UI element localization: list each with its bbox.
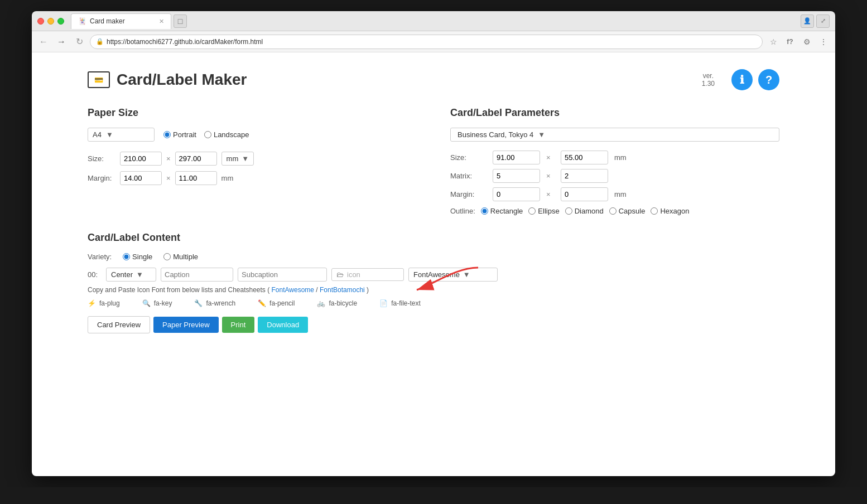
size-height-input[interactable] bbox=[175, 152, 217, 166]
close-paren: ) bbox=[367, 286, 369, 294]
margin-v-input[interactable] bbox=[175, 171, 217, 185]
font-value: FontAwesome bbox=[413, 270, 460, 279]
single-radio[interactable] bbox=[123, 253, 130, 260]
outline-ellipse[interactable]: Ellipse bbox=[528, 207, 559, 215]
card-height-input[interactable] bbox=[561, 151, 608, 164]
landscape-option[interactable]: Landscape bbox=[204, 130, 249, 139]
browser-window: 🃏 Card maker ✕ □ 👤 ⤢ ← → ↻ 🔒 https://bot… bbox=[32, 11, 835, 476]
matrix-cols-input[interactable] bbox=[493, 169, 540, 183]
icon-sample-key: 🔍 fa-key bbox=[142, 299, 172, 307]
bicycle-icon: 🚲 bbox=[317, 299, 325, 307]
card-margin-v-input[interactable] bbox=[561, 187, 608, 201]
maximize-dot[interactable] bbox=[57, 18, 64, 25]
row-00-container: 00: Center ▼ 🗁 icon FontAwesome ▼ bbox=[88, 268, 779, 286]
card-type-value: Business Card, Tokyo 4 bbox=[457, 130, 533, 139]
card-params-title: Card/Label Parameters bbox=[450, 107, 779, 119]
close-dot[interactable] bbox=[37, 18, 44, 25]
size-width-input[interactable] bbox=[120, 152, 162, 166]
reload-button[interactable]: ↻ bbox=[72, 35, 86, 49]
card-width-input[interactable] bbox=[493, 151, 540, 164]
tab-title: Card maker bbox=[90, 17, 125, 25]
tab-close-btn[interactable]: ✕ bbox=[159, 18, 164, 25]
diamond-radio[interactable] bbox=[565, 207, 572, 215]
menu-button[interactable]: ⋮ bbox=[816, 35, 831, 49]
address-bar[interactable]: 🔒 https://botamochi6277.github.io/cardMa… bbox=[90, 35, 763, 49]
info-button[interactable]: ℹ bbox=[731, 69, 753, 90]
params-size-label: Size: bbox=[450, 153, 489, 162]
margin-h-input[interactable] bbox=[120, 171, 162, 185]
fontawesome-link[interactable]: FontAwesome bbox=[272, 286, 314, 294]
card-margin-h-input[interactable] bbox=[493, 187, 540, 201]
paper-preview-button[interactable]: Paper Preview bbox=[153, 317, 219, 333]
icon-sample-plug: ⚡ fa-plug bbox=[88, 299, 120, 307]
plug-label: fa-plug bbox=[99, 299, 120, 307]
card-type-dropdown[interactable]: Business Card, Tokyo 4 ▼ bbox=[450, 128, 779, 142]
card-size-unit: mm bbox=[614, 153, 631, 162]
capsule-label: Capsule bbox=[619, 207, 646, 215]
new-tab-button[interactable]: □ bbox=[174, 14, 187, 28]
font-button[interactable]: f? bbox=[783, 35, 797, 49]
caption-input[interactable] bbox=[161, 268, 233, 282]
portrait-radio[interactable] bbox=[163, 131, 171, 138]
unit-value: mm bbox=[227, 154, 239, 163]
help-button[interactable]: ? bbox=[758, 69, 779, 90]
page-content: 💳 Card/Label Maker ver. 1.30 ℹ ? Paper S… bbox=[32, 52, 835, 476]
page-header: 💳 Card/Label Maker ver. 1.30 ℹ ? bbox=[88, 69, 779, 90]
single-option[interactable]: Single bbox=[123, 253, 152, 261]
print-button[interactable]: Print bbox=[222, 317, 255, 333]
forward-button[interactable]: → bbox=[54, 35, 69, 49]
params-margin-label: Margin: bbox=[450, 190, 489, 198]
minimize-dot[interactable] bbox=[47, 18, 54, 25]
key-label: fa-key bbox=[154, 299, 172, 307]
params-matrix-label: Matrix: bbox=[450, 172, 489, 180]
align-dropdown[interactable]: Center ▼ bbox=[106, 268, 156, 282]
copy-paste-row: Copy and Paste Icon Font from below list… bbox=[88, 286, 779, 294]
margin-x-separator: × bbox=[166, 174, 171, 182]
card-preview-button[interactable]: Card Preview bbox=[88, 316, 150, 333]
multiple-radio[interactable] bbox=[163, 253, 171, 260]
rectangle-radio[interactable] bbox=[481, 207, 488, 215]
bookmark-star-button[interactable]: ☆ bbox=[766, 35, 781, 49]
hexagon-label: Hexagon bbox=[660, 207, 689, 215]
hexagon-radio[interactable] bbox=[651, 207, 658, 215]
align-value: Center bbox=[111, 270, 133, 279]
outline-capsule[interactable]: Capsule bbox=[609, 207, 646, 215]
window-controls bbox=[37, 18, 64, 25]
font-dropdown[interactable]: FontAwesome ▼ bbox=[408, 268, 498, 282]
paper-size-dropdown[interactable]: A4 ▼ bbox=[88, 128, 155, 142]
rectangle-label: Rectangle bbox=[490, 207, 523, 215]
copy-paste-text: Copy and Paste Icon Font from below list… bbox=[88, 286, 269, 294]
ellipse-label: Ellipse bbox=[538, 207, 559, 215]
outline-rectangle[interactable]: Rectangle bbox=[481, 207, 523, 215]
settings-button[interactable]: ⚙ bbox=[799, 35, 814, 49]
icon-folder-icon: 🗁 bbox=[336, 270, 344, 279]
back-button[interactable]: ← bbox=[36, 35, 51, 49]
download-button[interactable]: Download bbox=[258, 317, 308, 333]
subcaption-input[interactable] bbox=[238, 268, 327, 282]
content-section: Card/Label Content Variety: Single Multi… bbox=[88, 232, 779, 333]
fontbotamochi-link[interactable]: FontBotamochi bbox=[320, 286, 365, 294]
ellipse-radio[interactable] bbox=[528, 207, 536, 215]
landscape-label: Landscape bbox=[214, 130, 249, 139]
icon-sample-pencil: ✏️ fa-pencil bbox=[258, 299, 295, 307]
landscape-radio[interactable] bbox=[204, 131, 211, 138]
outline-diamond[interactable]: Diamond bbox=[565, 207, 604, 215]
unit-dropdown[interactable]: mm ▼ bbox=[221, 152, 254, 166]
icon-input[interactable]: 🗁 icon bbox=[331, 268, 404, 281]
key-icon: 🔍 bbox=[142, 299, 151, 307]
bicycle-label: fa-bicycle bbox=[329, 299, 357, 307]
browser-tab[interactable]: 🃏 Card maker ✕ bbox=[71, 13, 171, 29]
content-title: Card/Label Content bbox=[88, 232, 779, 244]
diamond-label: Diamond bbox=[575, 207, 604, 215]
font-arrow: ▼ bbox=[463, 270, 470, 279]
matrix-rows-input[interactable] bbox=[561, 169, 608, 183]
outline-hexagon[interactable]: Hexagon bbox=[651, 207, 689, 215]
capsule-radio[interactable] bbox=[609, 207, 616, 215]
resize-icon[interactable]: ⤢ bbox=[816, 14, 830, 28]
variety-label: Variety: bbox=[88, 253, 112, 261]
row-00: 00: Center ▼ 🗁 icon FontAwesome ▼ bbox=[88, 268, 779, 282]
toolbar-actions: ☆ f? ⚙ ⋮ bbox=[766, 35, 831, 49]
portrait-option[interactable]: Portrait bbox=[163, 130, 196, 139]
multiple-option[interactable]: Multiple bbox=[163, 253, 198, 261]
single-label: Single bbox=[132, 253, 152, 261]
